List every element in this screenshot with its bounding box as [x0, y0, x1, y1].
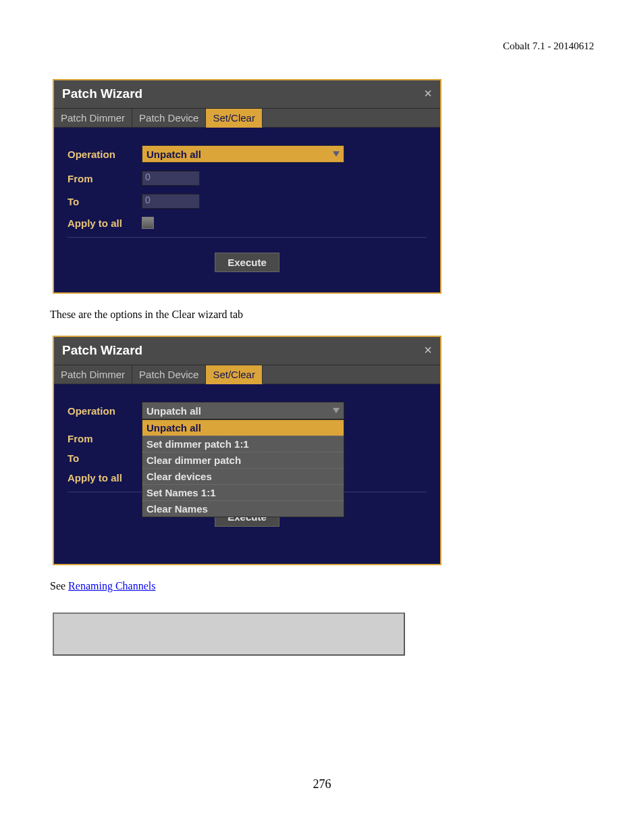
tab-patch-device[interactable]: Patch Device — [132, 109, 206, 128]
option-set-dimmer-patch[interactable]: Set dimmer patch 1:1 — [142, 436, 344, 452]
patch-wizard-window-2: Patch Wizard × Patch Dimmer Patch Device… — [53, 336, 441, 565]
separator — [68, 237, 427, 238]
tab-strip-filler — [263, 109, 440, 128]
label-from: From — [68, 433, 142, 444]
apply-to-all-checkbox[interactable] — [142, 217, 154, 229]
option-clear-names[interactable]: Clear Names — [142, 500, 344, 517]
tab-strip-filler — [263, 365, 440, 384]
patch-wizard-window-1: Patch Wizard × Patch Dimmer Patch Device… — [53, 79, 441, 294]
label-operation: Operation — [68, 405, 142, 417]
label-apply-to-all: Apply to all — [68, 217, 142, 229]
tab-patch-device[interactable]: Patch Device — [132, 365, 206, 384]
link-renaming-channels[interactable]: Renaming Channels — [68, 580, 155, 592]
operation-value: Unpatch all — [146, 149, 201, 160]
placeholder-box — [53, 613, 405, 656]
titlebar: Patch Wizard × — [54, 337, 440, 365]
option-clear-dimmer-patch[interactable]: Clear dimmer patch — [142, 452, 344, 468]
label-to: To — [68, 196, 142, 207]
label-apply-to-all: Apply to all — [68, 472, 142, 484]
chevron-down-icon — [333, 151, 340, 157]
label-to: To — [68, 452, 142, 464]
caption-clear-wizard: These are the options in the Clear wizar… — [50, 309, 594, 321]
header-version: Cobalt 7.1 - 20140612 — [50, 41, 594, 52]
operation-value: Unpatch all — [146, 405, 201, 417]
window-title: Patch Wizard — [62, 86, 142, 101]
option-set-names[interactable]: Set Names 1:1 — [142, 484, 344, 500]
wizard-body: Operation Unpatch all From 0 To 0 Apply … — [54, 128, 440, 292]
tab-strip: Patch Dimmer Patch Device Set/Clear — [54, 365, 440, 384]
see-also: See Renaming Channels — [50, 580, 594, 592]
tab-set-clear[interactable]: Set/Clear — [206, 365, 263, 384]
option-unpatch-all[interactable]: Unpatch all — [142, 420, 344, 436]
label-from: From — [68, 173, 142, 184]
titlebar: Patch Wizard × — [54, 80, 440, 109]
to-input[interactable]: 0 — [142, 194, 200, 209]
tab-strip: Patch Dimmer Patch Device Set/Clear — [54, 109, 440, 128]
window-title: Patch Wizard — [62, 343, 142, 358]
from-input[interactable]: 0 — [142, 171, 200, 186]
option-clear-devices[interactable]: Clear devices — [142, 468, 344, 484]
tab-patch-dimmer[interactable]: Patch Dimmer — [54, 365, 132, 384]
wizard-body: Operation Unpatch all Unpatch all Set di… — [54, 384, 440, 564]
see-prefix: See — [50, 580, 68, 592]
tab-set-clear[interactable]: Set/Clear — [206, 109, 263, 128]
page-number: 276 — [50, 777, 594, 791]
dropdown-list: Unpatch all Set dimmer patch 1:1 Clear d… — [142, 419, 344, 517]
label-operation: Operation — [68, 149, 142, 160]
operation-dropdown[interactable]: Unpatch all — [142, 145, 344, 163]
execute-button[interactable]: Execute — [215, 253, 279, 272]
chevron-down-icon — [333, 408, 340, 413]
tab-patch-dimmer[interactable]: Patch Dimmer — [54, 109, 132, 128]
close-icon[interactable]: × — [424, 86, 432, 101]
close-icon[interactable]: × — [424, 342, 432, 358]
operation-dropdown-open[interactable]: Unpatch all Unpatch all Set dimmer patch… — [142, 402, 344, 419]
